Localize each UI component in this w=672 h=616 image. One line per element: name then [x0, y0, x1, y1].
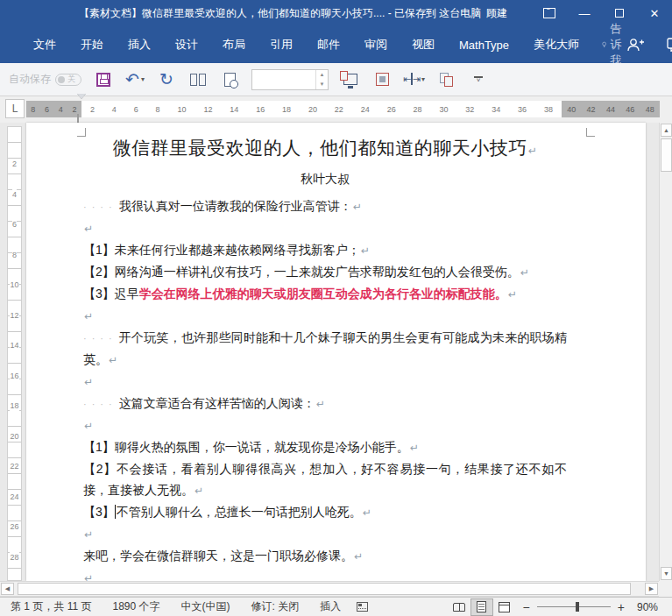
paragraph[interactable]: 【2】不会接话，看着别人聊得很高兴，想加入，好不容易接一句，结果接了还不如不接，… — [83, 458, 567, 501]
ruler-number: 22 — [335, 105, 343, 114]
tab-插入[interactable]: 插入 — [128, 37, 151, 53]
customize-qat-button[interactable]: ˅ — [469, 68, 488, 91]
vertical-ruler[interactable]: 246810121416182022242628 — [7, 126, 22, 581]
horizontal-scroll-thumb[interactable] — [18, 583, 631, 595]
ruler-number: 12 — [203, 105, 212, 114]
doc-author-paragraph[interactable]: 秋叶大叔 — [83, 166, 567, 192]
doc-title-paragraph[interactable]: 微信群里最受欢迎的人，他们都知道的聊天小技巧↵ — [83, 133, 567, 166]
horizontal-scrollbar[interactable]: ◀ ▶ — [0, 581, 659, 597]
paragraph[interactable]: ····开个玩笑，也许那些同时能和十几个妹子聊天的男生会更有可能成为未来的职场精… — [83, 327, 567, 371]
spinner-up-icon[interactable]: ▲ — [316, 70, 328, 80]
comments-icon[interactable] — [667, 38, 672, 52]
paragraph[interactable]: 【3】迟早学会在网络上优雅的聊天或朋友圈互动会成为各行各业的标配技能。↵ — [83, 283, 567, 305]
word-count[interactable]: 1890 个字 — [102, 599, 170, 614]
tab-MathType[interactable]: MathType — [459, 39, 509, 52]
vertical-scroll-thumb[interactable] — [661, 138, 672, 172]
undo-button[interactable]: ↶ ▾ — [125, 68, 145, 91]
tab-引用[interactable]: 引用 — [270, 37, 293, 53]
vruler-number: 28 — [10, 552, 18, 563]
zoom-slider[interactable] — [537, 606, 611, 607]
vertical-scrollbar[interactable]: ▲ ▼ — [659, 123, 672, 581]
autosave-toggle[interactable]: 自动保存 关 — [9, 72, 81, 87]
scroll-right-icon[interactable]: ▶ — [645, 583, 658, 595]
zoom-out-button[interactable]: − — [516, 600, 537, 614]
paragraph[interactable]: 来吧，学会在微信群聊天，这是一门职场必修课。↵ — [83, 545, 567, 567]
vruler-number: 10 — [10, 280, 18, 290]
paragraph-mark: ↵ — [361, 244, 370, 257]
tab-stop-selector[interactable]: L — [5, 99, 25, 118]
paragraph[interactable]: ↵ — [83, 371, 567, 393]
paragraph[interactable]: ↵ — [83, 414, 567, 436]
red-bold-text-run: 学会在网络上优雅的聊天或朋友圈互动会成为各行各业的标配技能。 — [139, 287, 507, 301]
page-indicator[interactable]: 第 1 页，共 11 页 — [0, 599, 102, 614]
spinner-input[interactable]: ▲ ▼ — [251, 69, 329, 90]
language-indicator[interactable]: 中文(中国) — [171, 599, 241, 614]
vruler-number: 24 — [10, 492, 18, 502]
print-preview-button[interactable] — [220, 68, 239, 91]
page-borders-button[interactable] — [372, 68, 392, 91]
paragraph[interactable]: ↵ — [83, 305, 567, 327]
tab-设计[interactable]: 设计 — [175, 37, 198, 53]
title-bar: 【素材文档】微信群里最受欢迎的人，他们都知道的聊天小技巧.... - 已保存到 … — [0, 0, 672, 26]
character-width-dropdown-icon[interactable]: ▾ — [421, 75, 425, 83]
paragraph[interactable]: 【1】聊得火热的氛围，你一说话，就发现你是冷场小能手。↵ — [83, 436, 567, 458]
print-layout-button[interactable] — [470, 598, 493, 616]
vruler-number: 2 — [12, 159, 17, 169]
signed-in-user[interactable]: 顾建 — [486, 6, 507, 21]
redo-button[interactable]: ↻ — [157, 68, 176, 91]
tab-审阅[interactable]: 审阅 — [364, 37, 387, 53]
tell-me-button[interactable]: 告诉我 — [602, 21, 626, 68]
ribbon-display-options-button[interactable] — [532, 0, 567, 26]
scroll-down-icon[interactable]: ▼ — [661, 567, 672, 580]
tab-开始[interactable]: 开始 — [81, 37, 103, 53]
close-icon: ✕ — [650, 7, 660, 20]
paragraph[interactable]: 【3】不管别人聊什么，总擅长一句话把别人呛死。↵ — [83, 501, 567, 523]
ruler-number: 4 — [59, 105, 63, 114]
spinner-down-icon[interactable]: ▼ — [316, 80, 328, 89]
paragraph[interactable]: 【2】网络沟通一样讲礼仪有技巧，一上来就发广告求帮助发红包的人会很受伤。↵ — [83, 261, 567, 283]
ruler-number: 8 — [156, 105, 160, 114]
tab-文件[interactable]: 文件 — [33, 37, 56, 53]
paragraph[interactable]: ····这篇文章适合有这样苦恼的人阅读：↵ — [83, 393, 567, 414]
ruler-number: 8 — [31, 105, 35, 114]
ruler-number: 2 — [73, 105, 77, 114]
read-mode-button[interactable] — [448, 598, 470, 616]
minimize-button[interactable]: — — [567, 0, 602, 26]
overlapping-pages-icon — [440, 73, 454, 87]
paragraph[interactable]: ····我很认真对一位请教我的保险行业高管讲：↵ — [83, 195, 567, 217]
paragraph-mark: ↵ — [84, 572, 93, 581]
tab-美化大师[interactable]: 美化大师 — [534, 37, 579, 53]
paragraph[interactable]: ↵ — [83, 567, 567, 581]
zoom-level[interactable]: 90% — [632, 601, 667, 613]
save-button[interactable] — [94, 68, 113, 91]
web-layout-button[interactable] — [493, 598, 516, 616]
ruler-left-margin: 8642 — [26, 101, 81, 117]
document-body[interactable]: 微信群里最受欢迎的人，他们都知道的聊天小技巧↵秋叶大叔····我很认真对一位请教… — [83, 133, 567, 581]
send-to-computer-button[interactable] — [341, 68, 360, 91]
tab-邮件[interactable]: 邮件 — [317, 37, 340, 53]
tell-me-label: 告诉我 — [610, 21, 626, 68]
print-layout-icon — [477, 601, 486, 612]
scroll-left-icon[interactable]: ◀ — [1, 583, 14, 595]
ruler-number: 30 — [439, 105, 448, 114]
insert-mode-indicator[interactable]: 插入 — [309, 599, 351, 614]
paragraph[interactable]: ↵ — [83, 217, 567, 239]
spinner-buttons[interactable]: ▲ ▼ — [315, 70, 328, 89]
zoom-in-button[interactable]: + — [611, 600, 632, 614]
vruler-number: 22 — [10, 461, 18, 471]
view-side-by-side-button[interactable] — [188, 68, 208, 91]
close-button[interactable]: ✕ — [637, 0, 672, 26]
copy-page-button[interactable] — [437, 68, 456, 91]
document-page[interactable]: 微信群里最受欢迎的人，他们都知道的聊天小技巧↵秋叶大叔····我很认真对一位请教… — [26, 123, 646, 581]
share-contact-icon[interactable] — [626, 38, 644, 52]
undo-dropdown-icon[interactable]: ▾ — [141, 75, 145, 83]
paragraph[interactable]: 【1】未来任何行业都越来越依赖网络寻找新客户；↵ — [83, 239, 567, 261]
tab-布局[interactable]: 布局 — [223, 37, 245, 53]
zoom-slider-thumb[interactable] — [576, 602, 579, 612]
macro-record-icon[interactable] — [357, 602, 368, 612]
scroll-up-icon[interactable]: ▲ — [661, 124, 672, 137]
paragraph[interactable]: ↵ — [83, 523, 567, 545]
tab-视图[interactable]: 视图 — [412, 37, 435, 53]
character-width-button[interactable]: ▾ — [404, 68, 425, 91]
track-changes-indicator[interactable]: 修订: 关闭 — [241, 599, 310, 614]
